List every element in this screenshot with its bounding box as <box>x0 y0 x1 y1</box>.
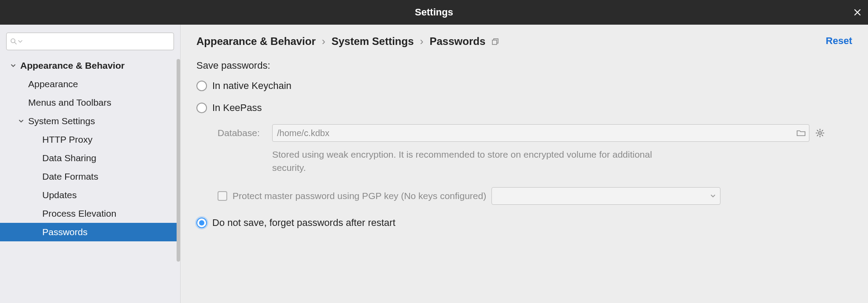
encryption-hint: Stored using weak encryption. It is reco… <box>272 148 677 175</box>
tree-item-label: Appearance & Behavior <box>20 60 125 71</box>
svg-rect-2 <box>492 40 497 44</box>
breadcrumb-item[interactable]: Appearance & Behavior <box>196 35 316 48</box>
tree-item-label: Menus and Toolbars <box>28 97 111 108</box>
radio-label: Do not save, forget passwords after rest… <box>212 217 395 229</box>
radio-icon <box>196 218 207 228</box>
folder-icon[interactable] <box>797 129 805 137</box>
radio-native-keychain[interactable]: In native Keychain <box>196 80 852 92</box>
svg-point-3 <box>819 132 821 134</box>
radio-do-not-save[interactable]: Do not save, forget passwords after rest… <box>196 217 852 229</box>
search-wrap <box>0 29 180 56</box>
tree-item-updates[interactable]: Updates <box>0 186 180 204</box>
tree-item-date-formats[interactable]: Date Formats <box>0 167 180 186</box>
tree-item-label: System Settings <box>28 116 95 126</box>
protect-pgp-label: Protect master password using PGP key (N… <box>233 191 486 201</box>
gear-icon[interactable] <box>816 129 824 137</box>
close-icon[interactable] <box>854 9 861 16</box>
search-icon <box>10 38 17 45</box>
tree-item-label: Process Elevation <box>42 208 116 219</box>
database-label: Database: <box>218 128 266 138</box>
tree-item-label: Appearance <box>28 79 78 89</box>
radio-icon <box>196 81 207 91</box>
content: Reset Appearance & Behavior › System Set… <box>181 25 868 303</box>
sidebar: Appearance & Behavior Appearance Menus a… <box>0 25 181 303</box>
checkbox-icon[interactable] <box>218 191 227 201</box>
chevron-down-icon <box>18 118 25 124</box>
chevron-down-icon <box>10 63 17 68</box>
save-passwords-label: Save passwords: <box>196 60 852 71</box>
tree-item-label: Data Sharing <box>42 153 96 163</box>
settings-tree: Appearance & Behavior Appearance Menus a… <box>0 56 180 303</box>
window-restore-icon[interactable] <box>491 37 499 45</box>
tree-item-label: Updates <box>42 190 77 200</box>
titlebar: Settings <box>0 0 868 25</box>
database-value: /home/c.kdbx <box>277 128 329 138</box>
keepass-settings: Database: /home/c.kdbx Stored using weak… <box>218 124 852 205</box>
tree-item-menus-toolbars[interactable]: Menus and Toolbars <box>0 93 180 112</box>
protect-pgp-row: Protect master password using PGP key (N… <box>218 187 852 205</box>
search-input[interactable] <box>6 33 174 50</box>
radio-keepass[interactable]: In KeePass <box>196 102 852 114</box>
tree-item-appearance[interactable]: Appearance <box>0 75 180 93</box>
database-field[interactable]: /home/c.kdbx <box>272 124 809 142</box>
radio-icon <box>196 103 207 113</box>
chevron-down-icon <box>710 193 716 199</box>
scrollbar[interactable] <box>177 59 180 262</box>
chevron-down-icon <box>18 39 22 44</box>
breadcrumb-item[interactable]: Passwords <box>430 35 486 48</box>
radio-label: In KeePass <box>212 102 262 114</box>
window-body: Appearance & Behavior Appearance Menus a… <box>0 25 868 303</box>
database-row: Database: /home/c.kdbx <box>218 124 852 142</box>
breadcrumb-item[interactable]: System Settings <box>332 35 414 48</box>
tree-item-http-proxy[interactable]: HTTP Proxy <box>0 130 180 149</box>
tree-item-process-elevation[interactable]: Process Elevation <box>0 204 180 223</box>
tree-item-appearance-behavior[interactable]: Appearance & Behavior <box>0 56 180 75</box>
reset-button[interactable]: Reset <box>826 35 852 47</box>
breadcrumb: Appearance & Behavior › System Settings … <box>196 35 852 48</box>
tree-item-label: HTTP Proxy <box>42 134 92 145</box>
breadcrumb-separator-icon: › <box>322 35 325 48</box>
tree-item-label: Date Formats <box>42 171 98 182</box>
window-title: Settings <box>415 7 453 18</box>
tree-item-data-sharing[interactable]: Data Sharing <box>0 149 180 167</box>
pgp-key-select[interactable] <box>491 187 720 205</box>
tree-item-label: Passwords <box>42 227 88 237</box>
tree-item-system-settings[interactable]: System Settings <box>0 112 180 130</box>
breadcrumb-separator-icon: › <box>420 35 424 48</box>
radio-label: In native Keychain <box>212 80 292 92</box>
tree-item-passwords[interactable]: Passwords <box>0 223 180 241</box>
